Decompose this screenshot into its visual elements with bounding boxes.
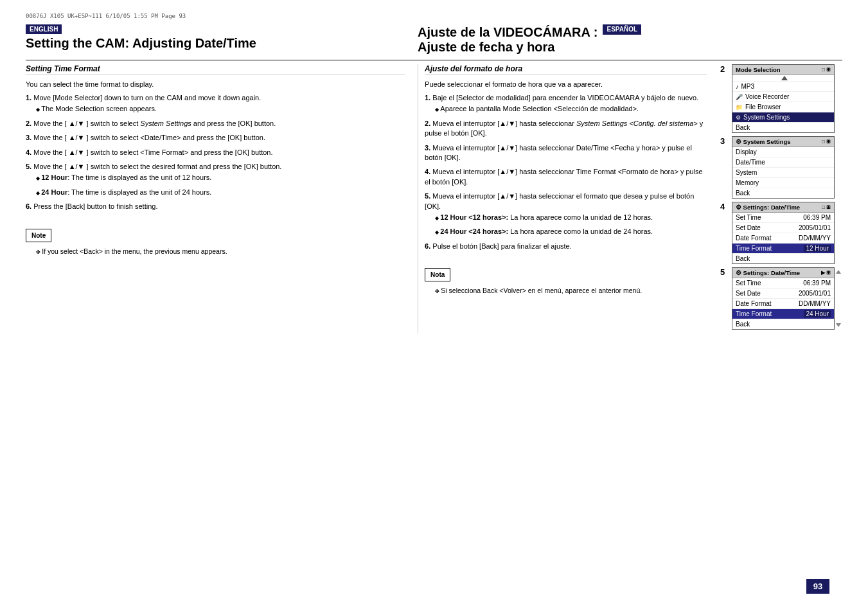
set-date-value: 2005/01/01 xyxy=(799,224,831,231)
right-content-wrapper: Ajuste del formato de hora Puede selecci… xyxy=(425,64,842,333)
screen-3-num: 3 xyxy=(720,136,729,199)
right-text-content: Ajuste del formato de hora Puede selecci… xyxy=(425,64,707,333)
voice-icon: 🎤 xyxy=(736,94,743,100)
time-format-label-4: Time Format xyxy=(736,245,772,252)
left-step-2: 2. Move the [ ▲/▼ ] switch to select Sys… xyxy=(26,119,405,129)
step-1-text: Move [Mode Selector] down to turn on the… xyxy=(33,94,261,102)
screen-3-item-back: Back xyxy=(732,188,834,198)
system-icon: ⚙ xyxy=(736,114,741,121)
scroll-arrows xyxy=(836,267,841,330)
step-num-2: 2. xyxy=(26,120,31,127)
right-step-5: 5. Mueva el interruptor [▲/▼] hasta sele… xyxy=(425,191,707,237)
step-5-bullet-2: 24 Hour: The time is displayed as the un… xyxy=(36,188,405,197)
step-1-bullet-1: The Mode Selection screen appears. xyxy=(36,104,405,114)
memory-label: Memory xyxy=(736,179,759,186)
right-step-2: 2. Mueva el interruptor [▲/▼] hasta sele… xyxy=(425,119,707,139)
right-step-5-text: Mueva el interruptor [▲/▼] hasta selecci… xyxy=(425,192,694,209)
set-time-label: Set Time xyxy=(736,214,761,221)
right-step-num-2: 2. xyxy=(425,120,430,127)
back-label-4: Back xyxy=(736,255,750,262)
mp3-icon: ♪ xyxy=(736,84,739,90)
left-section-heading: Setting Time Format xyxy=(26,64,405,75)
screen-4-num: 4 xyxy=(720,202,729,264)
right-step-5-bullet-2: 24 Hour <24 horas>: La hora aparece como… xyxy=(435,227,707,236)
right-step-1-bullet-1: Aparece la pantalla Mode Selection <Sele… xyxy=(435,104,707,114)
date-format-value-5: DD/MM/YY xyxy=(799,300,831,307)
screen-5-title-bar: ⚙ Settings: Date/Time ▶ ⊞ xyxy=(732,268,834,278)
right-step-1-bullets: Aparece la pantalla Mode Selection <Sele… xyxy=(435,104,707,114)
left-subtitle: You can select the time format to displa… xyxy=(26,80,405,88)
header-info: 00876J X105 UK+ESP~111 6/10/05 1:55 PM P… xyxy=(26,13,842,19)
set-time-label-5: Set Time xyxy=(736,280,761,287)
set-date-value-5: 2005/01/01 xyxy=(799,290,831,297)
time-format-label-5: Time Format xyxy=(736,310,772,317)
screen-4-title: ⚙ Settings: Date/Time xyxy=(736,204,800,211)
right-step-2-text: Mueva el interruptor [▲/▼] hasta selecci… xyxy=(425,120,703,137)
right-step-6-text: Pulse el botón [Back] para finalizar el … xyxy=(432,242,571,250)
right-step-6: 6. Pulse el botón [Back] para finalizar … xyxy=(425,242,707,251)
page-number: 93 xyxy=(806,579,829,594)
left-note-area: Note If you select <Back> in the menu, t… xyxy=(26,221,405,255)
right-step-5-bullet-1: 12 Hour <12 horas>: La hora aparece como… xyxy=(435,213,707,222)
step-4-text: Move the [ ▲/▼ ] switch to select <Time … xyxy=(33,148,272,156)
screen-4-icons: □ ⊞ xyxy=(822,204,831,210)
screen-2-item-system: ⚙ System Settings xyxy=(732,112,834,123)
mp3-label: MP3 xyxy=(741,83,754,90)
step-1-bullets: The Mode Selection screen appears. xyxy=(36,104,405,114)
screen-4-time-format: Time Format 12 Hour xyxy=(732,244,834,254)
right-main-title: Ajuste de la VIDEOCÁMARA : ESPAÑOL xyxy=(418,24,641,40)
right-note-label: Nota xyxy=(425,268,450,281)
datetime-label: Date/Time xyxy=(736,159,765,166)
step-3-text: Move the [ ▲/▼ ] switch to select <Date/… xyxy=(33,134,265,141)
set-date-label: Set Date xyxy=(736,224,761,231)
step-num-5: 5. xyxy=(26,163,31,170)
left-header: ENGLISH Setting the CAM: Adjusting Date/… xyxy=(26,24,418,51)
screen-2-num: 2 xyxy=(720,64,729,133)
screen-3-icons: □ ⊞ xyxy=(822,139,831,145)
screen-2-row: 2 Mode Selection □ ⊞ ♪ MP3 xyxy=(720,64,842,133)
screen-3-box: ⚙ System Settings □ ⊞ Display Date/Time … xyxy=(732,136,835,199)
screen-5-set-time: Set Time 06:39 PM xyxy=(732,278,834,289)
right-step-num-6: 6. xyxy=(425,242,430,250)
screen-2-box: Mode Selection □ ⊞ ♪ MP3 🎤 xyxy=(732,64,835,133)
screen-diagrams: 2 Mode Selection □ ⊞ ♪ MP3 xyxy=(720,64,842,333)
screen-4-title-bar: ⚙ Settings: Date/Time □ ⊞ xyxy=(732,202,834,213)
header-bar: ENGLISH Setting the CAM: Adjusting Date/… xyxy=(26,24,842,55)
back-label-2: Back xyxy=(736,124,750,131)
system-label: System Settings xyxy=(743,114,790,121)
left-step-3: 3. Move the [ ▲/▼ ] switch to select <Da… xyxy=(26,133,405,143)
scroll-down-arrow xyxy=(836,323,841,327)
time-format-value-5: 24 Hour xyxy=(804,310,831,317)
screen-3-item-datetime: Date/Time xyxy=(732,157,834,168)
date-format-label-5: Date Format xyxy=(736,300,772,307)
right-step-num-3: 3. xyxy=(425,144,430,152)
step-num-1: 1. xyxy=(26,94,31,102)
left-step-1: 1. Move [Mode Selector] down to turn on … xyxy=(26,93,405,114)
left-note-content: If you select <Back> in the menu, the pr… xyxy=(36,247,405,255)
content-area: Setting Time Format You can select the t… xyxy=(26,64,842,333)
step-5-text: Move the [ ▲/▼ ] switch to select the de… xyxy=(33,163,281,170)
screen-2-title: Mode Selection xyxy=(736,66,781,73)
screen-4-set-time: Set Time 06:39 PM xyxy=(732,213,834,223)
screen-5-time-format: Time Format 24 Hour xyxy=(732,309,834,319)
right-note-content: Si selecciona Back <Volver> en el menú, … xyxy=(435,287,707,294)
right-subtitle: Puede seleccionar el formato de hora que… xyxy=(425,80,707,88)
screen-3-item-memory: Memory xyxy=(732,178,834,188)
left-step-4: 4. Move the [ ▲/▼ ] switch to select <Ti… xyxy=(26,148,405,157)
screen-5-wrapper: ⚙ Settings: Date/Time ▶ ⊞ Set Time 06:39… xyxy=(732,267,841,330)
left-note-label: Note xyxy=(26,229,51,242)
screen-2-icons: □ ⊞ xyxy=(822,67,831,73)
set-time-value: 06:39 PM xyxy=(803,214,831,221)
screen-3-item-system: System xyxy=(732,168,834,178)
screen-2-title-bar: Mode Selection □ ⊞ xyxy=(732,65,834,75)
right-title-line2: Ajuste de fecha y hora xyxy=(418,40,842,55)
date-format-value: DD/MM/YY xyxy=(799,235,831,242)
left-column: Setting Time Format You can select the t… xyxy=(26,64,418,333)
right-step-3: 3. Mueva el interruptor [▲/▼] hasta sele… xyxy=(425,143,707,163)
right-step-5-bullets: 12 Hour <12 horas>: La hora aparece como… xyxy=(435,213,707,237)
screen-4-date-format: Date Format DD/MM/YY xyxy=(732,233,834,244)
step-2-text: Move the [ ▲/▼ ] switch to select System… xyxy=(33,120,276,127)
right-step-4-text: Mueva el interruptor [▲/▼] hasta selecci… xyxy=(425,168,703,185)
step-5-bullet-1: 12 Hour: The time is displayed as the un… xyxy=(36,173,405,182)
screen-2-item-file: 📁 File Browser xyxy=(732,102,834,112)
